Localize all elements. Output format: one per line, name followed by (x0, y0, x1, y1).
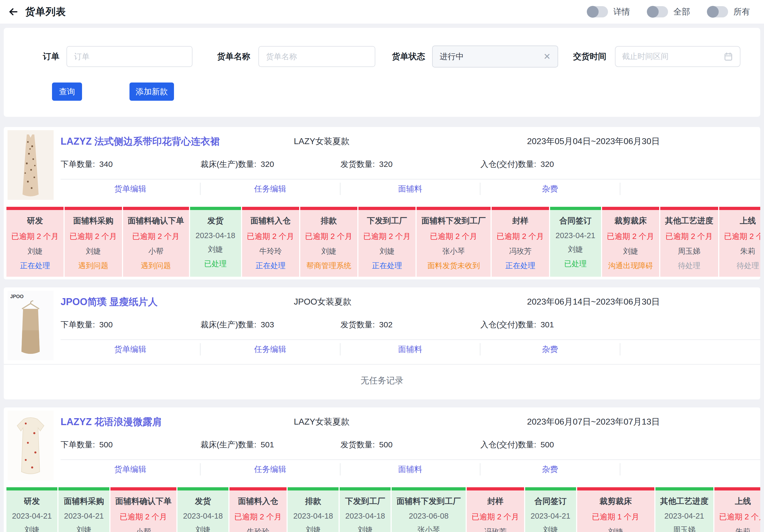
task-person: 小帮 (128, 246, 184, 256)
task-cell-排款[interactable]: 排款 已逾期 2 个月 刘婕 帮商管理系统 (300, 207, 357, 277)
order-action-link-任务编辑[interactable]: 任务编辑 (254, 464, 286, 475)
task-cell-面辅料入仓[interactable]: 面辅料入仓 已逾期 2 个月 牛玲玲 正在处理 (230, 487, 286, 532)
svg-text:JPOO: JPOO (10, 294, 24, 299)
delivery-date-input[interactable]: 截止时间区间 (615, 46, 740, 67)
task-cell-其他工艺进度[interactable]: 其他工艺进度 2023-04-21 周玉娣 已处理 (656, 487, 713, 532)
order-action-link-任务编辑[interactable]: 任务编辑 (254, 344, 286, 355)
task-status-bar (65, 207, 122, 210)
task-cell-裁剪裁床[interactable]: 裁剪裁床 已逾期 2 个月 刘婕 沟通出现障碍 (602, 207, 659, 277)
task-due: 已逾期 2 个月 (496, 231, 544, 242)
task-cell-上线[interactable]: 上线 已逾期 2 个月 朱莉 正在处理 (714, 487, 761, 532)
task-cell-面辅料下发到工厂[interactable]: 面辅料下发到工厂 2023-06-08 张小琴 test (392, 487, 466, 532)
toggle-all[interactable] (647, 6, 668, 17)
product-image[interactable] (8, 130, 54, 200)
task-status-bar (467, 487, 524, 490)
task-due: 2023-04-18 (182, 512, 224, 520)
task-person: 张小琴 (421, 246, 486, 256)
order-action-link-任务编辑[interactable]: 任务编辑 (254, 184, 286, 195)
task-cell-发货[interactable]: 发货 2023-04-18 刘婕 已处理 (190, 207, 241, 277)
no-tasks-message: 无任务记录 (4, 364, 760, 399)
task-cell-面辅料采购[interactable]: 面辅料采购 已逾期 2 个月 刘婕 遇到问题 (65, 207, 122, 277)
order-action-link-面辅料[interactable]: 面辅料 (398, 184, 422, 195)
qty-value: 320 (379, 160, 392, 169)
task-due: 2023-04-21 (11, 512, 53, 520)
product-image[interactable] (8, 411, 54, 480)
toggle-group-all: 全部 (647, 6, 690, 17)
action-cell: 面辅料 (340, 343, 480, 355)
order-action-link-面辅料[interactable]: 面辅料 (398, 464, 422, 475)
bill-name-filter-label: 货单名称 (217, 51, 250, 62)
task-status-bar (242, 207, 299, 210)
clear-status-icon[interactable]: ✕ (543, 52, 551, 61)
order-title[interactable]: LAZYZ 法式侧边系带印花背心连衣裙 (61, 135, 294, 148)
toggle-bar: 详情 全部 所有 (587, 6, 750, 17)
task-cell-面辅料下发到工厂[interactable]: 面辅料下发到工厂 已逾期 2 个月 张小琴 面料发货未收到 (417, 207, 490, 277)
task-cell-面辅料确认下单[interactable]: 面辅料确认下单 已逾期 2 个月 小帮 遇到问题 (123, 207, 189, 277)
task-due: 已逾期 2 个月 (234, 512, 282, 522)
toggle-every[interactable] (707, 6, 728, 17)
task-person: 小帮 (115, 527, 172, 532)
back-button[interactable] (7, 5, 20, 18)
qty-label: 下单数量: (61, 160, 95, 169)
order-action-link-杂费[interactable]: 杂费 (542, 464, 558, 475)
order-action-link-杂费[interactable]: 杂费 (542, 184, 558, 195)
qty-item: 入仓(交付)数量:500 (480, 439, 760, 450)
toggle-label: 全部 (673, 6, 690, 17)
order-action-link-杂费[interactable]: 杂费 (542, 344, 558, 355)
order-action-link-货单编辑[interactable]: 货单编辑 (114, 344, 146, 355)
task-cell-封样[interactable]: 封样 已逾期 2 个月 冯玫芳 正在处理 (491, 207, 549, 277)
task-due: 已逾期 2 个月 (70, 231, 117, 242)
task-cell-面辅料采购[interactable]: 面辅料采购 2023-04-21 刘婕 已处理 (59, 487, 109, 532)
product-image[interactable]: JPOO (8, 291, 54, 360)
search-button[interactable]: 查询 (52, 82, 82, 101)
task-person: 刘婕 (530, 525, 571, 532)
task-cell-下发到工厂[interactable]: 下发到工厂 已逾期 2 个月 刘婕 正在处理 (358, 207, 416, 277)
task-cell-排款[interactable]: 排款 2023-04-18 刘婕 已处理 (287, 487, 338, 532)
task-status-bar (110, 487, 176, 490)
task-cell-裁剪裁床[interactable]: 裁剪裁床 已逾期 1 个月 刘婕 面料大货颜色不符合 (577, 487, 655, 532)
qty-item: 发货数量:320 (340, 159, 480, 170)
task-cell-面辅料确认下单[interactable]: 面辅料确认下单 已逾期 2 个月 小帮 正在处理 (110, 487, 176, 532)
task-cell-合同签订[interactable]: 合同签订 2023-04-21 刘婕 已处理 (525, 487, 576, 532)
task-person: 刘婕 (182, 525, 224, 532)
task-cell-封样[interactable]: 封样 已逾期 2 个月 冯玫芳 正在处理 (467, 487, 524, 532)
order-title[interactable]: LAZYZ 花语浪漫微露肩 (61, 416, 294, 429)
task-cell-下发到工厂[interactable]: 下发到工厂 2023-04-18 刘婕 已处理 (340, 487, 391, 532)
task-note: 帮商管理系统 (305, 261, 352, 277)
task-cell-上线[interactable]: 上线 已逾期 2 个月 朱莉 待处理 (719, 207, 760, 277)
task-status-bar (123, 207, 189, 210)
task-cell-发货[interactable]: 发货 2023-04-18 刘婕 没问题 (177, 487, 228, 532)
task-cell-研发[interactable]: 研发 2023-04-21 刘婕 已处理 (6, 487, 57, 532)
order-title[interactable]: JPOO简璞 显瘦纸片人 (61, 296, 294, 309)
task-cell-研发[interactable]: 研发 已逾期 2 个月 刘婕 正在处理 (6, 207, 64, 277)
task-cell-合同签订[interactable]: 合同签订 2023-04-21 刘婕 已处理 (550, 207, 601, 277)
back-arrow-icon (8, 6, 19, 18)
delivery-date-placeholder: 截止时间区间 (622, 51, 668, 62)
task-cell-其他工艺进度[interactable]: 其他工艺进度 已逾期 2 个月 周玉娣 待处理 (660, 207, 718, 277)
order-summary: JPOO JPOO简璞 显瘦纸片人 JPOO女装夏款 2023年06月14日~2… (4, 287, 760, 364)
task-status-bar (719, 207, 760, 210)
action-cell: 货单编辑 (61, 183, 201, 195)
order-action-link-货单编辑[interactable]: 货单编辑 (114, 184, 146, 195)
status-select[interactable]: 进行中 ✕ (432, 46, 558, 67)
bill-name-filter-input[interactable] (259, 46, 375, 67)
qty-item: 裁床(生产)数量:320 (201, 159, 340, 170)
quantity-row: 下单数量:340 裁床(生产)数量:320 发货数量:320 入仓(交付)数量:… (61, 159, 760, 170)
action-cell-empty (620, 463, 760, 475)
order-action-link-货单编辑[interactable]: 货单编辑 (114, 464, 146, 475)
task-due: 2023-04-18 (292, 512, 334, 520)
toggle-detail[interactable] (587, 6, 608, 17)
status-filter-label: 货单状态 (392, 51, 425, 62)
order-action-link-面辅料[interactable]: 面辅料 (398, 344, 422, 355)
task-due: 2023-06-08 (397, 512, 461, 520)
task-grid: 研发 已逾期 2 个月 刘婕 正在处理 面辅料采购 已逾期 2 个月 刘婕 遇到… (4, 203, 760, 279)
order-actions: 货单编辑 任务编辑 面辅料 杂费 (61, 180, 760, 198)
order-filter-input[interactable] (67, 46, 192, 67)
task-status-bar (491, 207, 549, 210)
task-note: 正在处理 (496, 261, 544, 277)
task-due: 已逾期 2 个月 (421, 231, 486, 242)
qty-label: 发货数量: (340, 440, 375, 449)
add-new-style-button[interactable]: 添加新款 (129, 82, 174, 101)
task-cell-面辅料入仓[interactable]: 面辅料入仓 已逾期 2 个月 牛玲玲 正在处理 (242, 207, 299, 277)
task-status-bar (230, 487, 286, 490)
